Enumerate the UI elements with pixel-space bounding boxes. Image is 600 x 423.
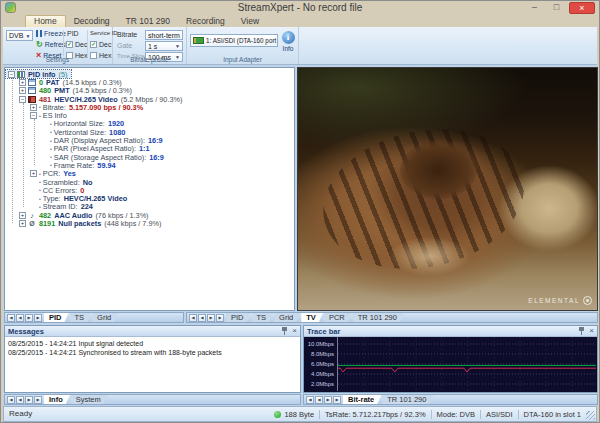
tab-scroll-prev[interactable]: ◀ bbox=[16, 396, 24, 404]
tree-text: 5.157.090 bps / 90.3% bbox=[69, 103, 143, 112]
status-right-cluster: 188 Byte TsRate: 5.712.217bps / 92.3%Mod… bbox=[274, 407, 586, 421]
tab-tr-101-290[interactable]: TR 101 290 bbox=[353, 313, 404, 322]
chevron-down-icon: ▼ bbox=[180, 32, 183, 38]
tree-expander[interactable]: + bbox=[19, 87, 26, 94]
messages-panel: Messages × 08/25/2015 - 14:24:21 Input s… bbox=[4, 325, 301, 393]
table-icon bbox=[28, 87, 36, 94]
tab-pid[interactable]: PID bbox=[226, 313, 251, 322]
tab-scroll-last[interactable]: ▶ bbox=[34, 396, 42, 404]
tab-tv[interactable]: TV bbox=[301, 313, 323, 322]
group-divider bbox=[87, 30, 88, 56]
pin-icon[interactable] bbox=[281, 327, 288, 335]
tree-expander[interactable]: + bbox=[19, 220, 26, 227]
tab-scroll-prev[interactable]: ◀ bbox=[16, 314, 24, 322]
tab-pcr[interactable]: PCR bbox=[324, 313, 352, 322]
messages-list: 08/25/2015 - 14:24:21 Input signal detec… bbox=[5, 337, 300, 392]
tab-ts[interactable]: TS bbox=[252, 313, 274, 322]
info-button[interactable]: i Info bbox=[281, 31, 295, 52]
ribbon-tab-view[interactable]: View bbox=[233, 15, 267, 27]
minimize-button[interactable]: – bbox=[525, 2, 544, 13]
tree-expander[interactable]: + bbox=[30, 170, 37, 177]
pid-tree: −PID info(5)+0PAT(14.5 kbps / 0.3%)+480P… bbox=[5, 68, 294, 228]
ribbon-tab-decoding[interactable]: Decoding bbox=[66, 15, 118, 27]
freeze-button[interactable]: Freeze bbox=[36, 30, 66, 37]
tab-scroll-next[interactable]: ▶ bbox=[25, 396, 33, 404]
bullet-icon: • bbox=[50, 154, 52, 160]
tab-scroll-next[interactable]: ▶ bbox=[324, 396, 332, 404]
dvb-dropdown-label: DVB bbox=[9, 32, 23, 39]
bitrate-trace-chart-area: 10.0Mbps8.0Mbps6.0Mbps4.0Mbps2.0Mbps bbox=[304, 337, 597, 392]
tiger-head bbox=[400, 141, 478, 199]
ribbon-tab-tr-101-290[interactable]: TR 101 290 bbox=[118, 15, 178, 27]
title-bar: StreamXpert - No record file – □ × bbox=[1, 1, 599, 15]
chart-plot bbox=[337, 337, 596, 391]
tab-system[interactable]: System bbox=[71, 395, 108, 404]
tab-scroll-first[interactable]: ◀ bbox=[189, 314, 197, 322]
y-axis-tick-label: 6.0Mbps bbox=[311, 361, 334, 367]
gate-dropdown[interactable]: 1 s ▼ bbox=[145, 41, 183, 51]
bitrate-row-label: Bitrate bbox=[117, 31, 137, 38]
y-axis-tick-label: 8.0Mbps bbox=[311, 351, 334, 357]
pause-icon bbox=[36, 30, 42, 37]
pid-dec-label: Dec bbox=[75, 41, 87, 48]
tab-info[interactable]: Info bbox=[44, 395, 70, 404]
service-dec-label: Dec bbox=[99, 41, 111, 48]
service-dec-checkbox[interactable]: ✓ Dec bbox=[90, 41, 111, 48]
status-segment: ASI/SDI bbox=[480, 410, 518, 419]
tab-scroll-next[interactable]: ▶ bbox=[207, 314, 215, 322]
pid-info-icon bbox=[17, 71, 25, 78]
tab-scroll-prev[interactable]: ◀ bbox=[315, 396, 323, 404]
dvb-dropdown[interactable]: DVB ▼ bbox=[6, 30, 33, 41]
tab-grid[interactable]: Grid bbox=[274, 313, 300, 322]
tab-scroll-last[interactable]: ▶ bbox=[216, 314, 224, 322]
tree-item[interactable]: +•Bitrate:5.157.090 bps / 90.3% bbox=[6, 103, 146, 111]
info-icon: i bbox=[282, 31, 295, 44]
bullet-icon: • bbox=[50, 146, 52, 152]
ribbon-tab-recording[interactable]: Recording bbox=[178, 15, 233, 27]
pin-icon[interactable] bbox=[578, 327, 585, 335]
tab-scroll-next[interactable]: ▶ bbox=[25, 314, 33, 322]
tab-grid[interactable]: Grid bbox=[92, 313, 118, 322]
settings-group-label: Settings bbox=[3, 56, 112, 63]
tree-expander[interactable]: + bbox=[19, 79, 26, 86]
tab-tr-101-290[interactable]: TR 101 290 bbox=[382, 395, 433, 404]
tab-scroll-first[interactable]: ◀ bbox=[7, 314, 15, 322]
ribbon: DVB ▼ Freeze ↻ Refresh × Reset PID ✓ Dec bbox=[3, 27, 597, 65]
close-icon[interactable]: × bbox=[292, 327, 297, 335]
tab-bit-rate[interactable]: Bit-rate bbox=[343, 395, 381, 404]
tab-pid[interactable]: PID bbox=[44, 313, 69, 322]
tree-item[interactable]: +Ø8191Null packets(448 kbps / 7.9%) bbox=[6, 219, 164, 227]
tree-expander[interactable]: + bbox=[30, 104, 37, 111]
tab-scroll-last[interactable]: ▶ bbox=[333, 396, 341, 404]
close-icon[interactable]: × bbox=[589, 327, 594, 335]
messages-panel-title: Messages bbox=[8, 327, 44, 336]
info-button-label: Info bbox=[281, 45, 295, 52]
tree-text: 16:9 bbox=[149, 153, 164, 162]
bullet-icon: • bbox=[39, 179, 41, 185]
pid-dec-checkbox[interactable]: ✓ Dec bbox=[66, 41, 87, 48]
close-button[interactable]: × bbox=[569, 2, 595, 14]
left-top-tabstrip: ◀◀▶▶PIDTSGrid bbox=[4, 312, 184, 323]
tree-expander[interactable]: − bbox=[19, 96, 26, 103]
tree-expander[interactable]: + bbox=[19, 212, 26, 219]
elemental-logo-icon bbox=[583, 296, 592, 305]
chart-y-axis-labels: 10.0Mbps8.0Mbps6.0Mbps4.0Mbps2.0Mbps bbox=[304, 337, 336, 392]
bitrate-profile-dropdown[interactable]: short-term ▼ bbox=[145, 30, 183, 40]
tab-scroll-first[interactable]: ◀ bbox=[306, 396, 314, 404]
bullet-icon: • bbox=[50, 129, 52, 135]
tiger-paw bbox=[388, 237, 472, 276]
tree-text: 8191 bbox=[39, 219, 55, 228]
input-adapter-dropdown[interactable]: 1: ASI/SDI (DTA-160 port 1) ▼ bbox=[190, 34, 278, 47]
ribbon-tab-home[interactable]: Home bbox=[25, 15, 66, 27]
tab-scroll-first[interactable]: ◀ bbox=[7, 396, 15, 404]
tab-scroll-prev[interactable]: ◀ bbox=[198, 314, 206, 322]
tree-expander[interactable]: − bbox=[30, 112, 37, 119]
tv-preview-panel: ELEMENTAL bbox=[297, 67, 598, 311]
tab-ts[interactable]: TS bbox=[70, 313, 92, 322]
tree-expander[interactable]: − bbox=[8, 71, 15, 78]
resize-grip[interactable] bbox=[586, 411, 595, 420]
bitrate-trace-chart bbox=[338, 337, 596, 391]
refresh-button[interactable]: ↻ Refresh bbox=[36, 41, 69, 48]
maximize-button[interactable]: □ bbox=[547, 2, 566, 13]
tab-scroll-last[interactable]: ▶ bbox=[34, 314, 42, 322]
